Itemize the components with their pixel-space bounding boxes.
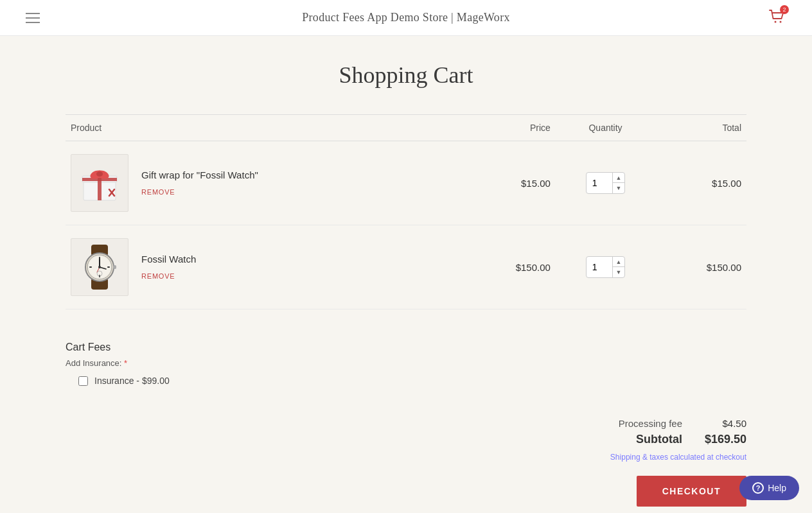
required-marker: *: [124, 358, 127, 368]
svg-rect-18: [89, 266, 92, 268]
help-label: Help: [768, 483, 786, 493]
cart-item-count-badge: 2: [780, 5, 789, 14]
hamburger-menu-button[interactable]: [26, 13, 40, 23]
table-header-row: Product Price Quantity Total: [66, 115, 746, 141]
help-button[interactable]: ? Help: [739, 476, 799, 500]
checkout-button[interactable]: CHECKOUT: [637, 476, 746, 507]
page-title: Shopping Cart: [66, 62, 746, 89]
remove-fossil-watch-button[interactable]: REMOVE: [141, 272, 175, 280]
subtotal-value: $169.50: [695, 433, 746, 446]
quantity-stepper-gift-wrap[interactable]: ▲ ▼: [586, 172, 625, 194]
svg-point-23: [98, 266, 101, 268]
cart-fees-section: Cart Fees Add Insurance: * Insurance - $…: [66, 329, 746, 399]
processing-fee-row: Processing fee $4.50: [619, 418, 746, 429]
product-total-fossil-watch: $150.00: [655, 225, 746, 309]
gift-wrap-image-icon: [77, 161, 122, 205]
site-header: Product Fees App Demo Store | MageWorx 2: [0, 0, 812, 36]
product-image-fossil-watch: [71, 238, 128, 296]
product-image-gift-wrap: [71, 154, 128, 212]
product-cell-gift-wrap: Gift wrap for "Fossil Watch" REMOVE: [66, 141, 464, 225]
col-header-quantity: Quantity: [556, 115, 655, 141]
insurance-checkbox[interactable]: [78, 376, 88, 386]
product-info-gift-wrap: Gift wrap for "Fossil Watch" REMOVE: [141, 170, 258, 197]
shipping-taxes-note: Shipping & taxes calculated at checkout: [610, 453, 746, 462]
svg-rect-19: [107, 266, 110, 268]
product-price-fossil-watch: $150.00: [464, 225, 556, 309]
cart-summary: Processing fee $4.50 Subtotal $169.50 Sh…: [66, 418, 746, 507]
insurance-option-row: Insurance - $99.00: [78, 376, 746, 386]
cart-fees-insurance-label: Add Insurance: *: [66, 358, 746, 368]
fossil-watch-image-icon: [74, 241, 125, 293]
product-total-gift-wrap: $15.00: [655, 141, 746, 225]
cart-fees-title: Cart Fees: [66, 342, 746, 353]
cart-icon-button[interactable]: 2: [768, 8, 786, 28]
qty-up-fossil-watch[interactable]: ▲: [613, 257, 624, 267]
qty-down-gift-wrap[interactable]: ▼: [613, 183, 624, 193]
svg-point-1: [780, 21, 782, 22]
main-content: Shopping Cart Product Price Quantity Tot…: [53, 36, 759, 513]
svg-point-0: [775, 21, 777, 22]
col-header-product: Product: [66, 115, 464, 141]
product-qty-cell-gift-wrap: ▲ ▼: [556, 141, 655, 225]
product-info-fossil-watch: Fossil Watch REMOVE: [141, 254, 196, 281]
processing-fee-value: $4.50: [695, 418, 746, 429]
subtotal-label: Subtotal: [636, 433, 682, 446]
product-cell-fossil-watch: Fossil Watch REMOVE: [66, 225, 464, 309]
qty-input-gift-wrap[interactable]: [587, 174, 612, 192]
product-price-gift-wrap: $15.00: [464, 141, 556, 225]
table-row: Fossil Watch REMOVE $150.00 ▲ ▼: [66, 225, 746, 309]
col-header-price: Price: [464, 115, 556, 141]
qty-down-fossil-watch[interactable]: ▼: [613, 267, 624, 277]
subtotal-row: Subtotal $169.50: [636, 433, 746, 446]
svg-rect-5: [82, 178, 117, 181]
col-header-total: Total: [655, 115, 746, 141]
insurance-option-label[interactable]: Insurance - $99.00: [94, 376, 170, 386]
qty-up-gift-wrap[interactable]: ▲: [613, 173, 624, 183]
cart-table: Product Price Quantity Total: [66, 114, 746, 309]
product-qty-cell-fossil-watch: ▲ ▼: [556, 225, 655, 309]
site-logo: Product Fees App Demo Store | MageWorx: [302, 11, 510, 24]
svg-rect-24: [113, 265, 116, 269]
product-name-gift-wrap: Gift wrap for "Fossil Watch": [141, 170, 258, 180]
svg-point-8: [96, 171, 103, 177]
product-name-fossil-watch: Fossil Watch: [141, 254, 196, 265]
processing-fee-label: Processing fee: [619, 418, 682, 429]
remove-gift-wrap-button[interactable]: REMOVE: [141, 188, 175, 196]
help-icon: ?: [752, 482, 764, 494]
quantity-stepper-fossil-watch[interactable]: ▲ ▼: [586, 256, 625, 278]
qty-input-fossil-watch[interactable]: [587, 258, 612, 276]
table-row: Gift wrap for "Fossil Watch" REMOVE $15.…: [66, 141, 746, 225]
